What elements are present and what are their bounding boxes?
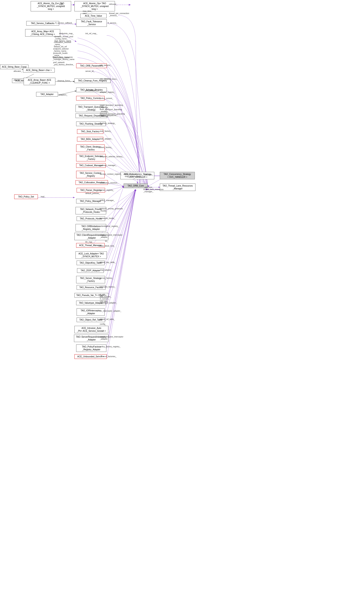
node-tao-iorinterceptor-adapter: TAO_IORInterceptor _Adapter [77, 308, 105, 316]
label-adapter-registry: adapter_registry_ [100, 91, 115, 93]
label-thr-mgr: thr_mgr_ [85, 241, 93, 243]
label-codeset-manager: codeset_manager_ [100, 164, 117, 166]
label-ziop-adapter: ziop_adapter_ [100, 269, 112, 271]
label-object-key-table: object_key_table_ [100, 261, 116, 263]
label-resource-factory: resource_factory_ [100, 286, 116, 288]
node-tao-adapter: TAO_Adapter [36, 92, 58, 97]
label-bidir-adapter: bidir_adapter_ [100, 138, 113, 140]
node-ace-string-base-char: ACE_String_Base< char > [23, 68, 55, 73]
node-ace-lock-adapter: ACE_Lock_Adapter< TAO _SYNCH_MUTEX > [75, 251, 107, 259]
label-allocator-2: allocator_ [14, 79, 22, 81]
diagram-container: ACE_Atomic_Op_Ex< TAO _SYNCH_MUTEX, unsi… [0, 0, 364, 598]
node-tao-stub-factory: TAO_Stub_Factory [77, 129, 103, 134]
node-ace-intrusive-auto-ptr: ACE_Intrusive_Auto _Ptr< ACE_Service_Ges… [74, 326, 108, 333]
label-object-ref-table: object_ref_table_ [100, 318, 115, 320]
label-protocol-factories: protocol_factories_ [100, 355, 116, 357]
label-parser-registry: parser_registry_ [100, 189, 114, 191]
label-pref-network: pref_network_poa_factory_directive_ [53, 61, 74, 66]
label-policy-manager: policy_manager_ [100, 199, 115, 201]
label-tss-cleanup-funcs: tss_cleanup_funcs_ [100, 78, 118, 80]
label-ft-service: ft_service_ [108, 22, 117, 24]
label-tm: tm_ [105, 240, 108, 242]
label-ior-interceptor-adapter: ior_interceptor_adapter_ [100, 310, 121, 312]
label-pos-adapter: pos_adapter_ [85, 89, 97, 91]
node-ace-array-base: ACE_Array_Base< ACE _CLEANUP_FUNC > [24, 78, 55, 85]
label-flushing-strategy: flushing_strategy_ [100, 122, 116, 124]
label-valuetype-adapter: valuetype_adapter_ [100, 302, 117, 304]
label-max-time-cero: max_time_cero [83, 10, 92, 15]
label-orb-core-2: orb_core_ [144, 186, 153, 188]
label-service-context-registry: service_context_registry_ [100, 173, 122, 175]
label-timeout-hook: timeout_hook_sync_scope_hook_ [125, 173, 142, 177]
label-protocols-hooks: protocols_hooks_ [100, 217, 115, 219]
svg-line-45 [105, 187, 124, 240]
label-thread-per-connection-timeout: thread_per_connection_timeout_ [109, 12, 129, 17]
svg-line-14 [105, 149, 148, 187]
label-orb-core-1: orb_core_ [144, 174, 153, 176]
label-endpoints-map: endpoints_map_ [59, 33, 74, 35]
label-ft-service-callback: ft_service_callback_ [55, 22, 73, 24]
svg-line-4 [107, 66, 148, 187]
edges-svg [0, 0, 364, 598]
svg-line-8 [111, 82, 148, 187]
label-endpoint-selector-factory: endpoint_selector_factory_ [100, 156, 124, 158]
label-collocation-resolver-name: collocation_resolver_name_default_init_r… [54, 41, 71, 48]
label-impl-policy-set: impl_ [41, 196, 46, 198]
node-tao-orb-core: TAO_ORB_Core [124, 183, 148, 188]
svg-line-30 [108, 190, 136, 237]
label-init-ref-map: init_ref_map_ [85, 33, 97, 35]
label-stub-factory: stub_factory_ [100, 130, 112, 132]
label-default-policies: default_policies_ [85, 192, 100, 194]
svg-line-42 [108, 190, 136, 339]
node-tao-policy-set: TAO_Policy_Set [14, 194, 38, 199]
svg-line-20 [148, 180, 160, 187]
label-client-factory: client_factory_ [100, 146, 113, 149]
node-ace-atomic-op-ex: ACE_Atomic_Op_Ex< TAO _SYNCH_MUTEX, unsi… [31, 1, 71, 11]
svg-line-36 [106, 190, 136, 288]
node-tao-bidir-adapter: TAO_BiDir_Adapter [77, 137, 103, 141]
label-thread-lane-resources: thread_lane_resources_manager_factory_na… [52, 56, 74, 60]
label-data-block-lock: data_block_lock_ [100, 245, 115, 247]
node-tao-service-callbacks: TAO_Service_Callbacks [26, 21, 59, 26]
svg-line-44 [107, 190, 136, 357]
label-server-id: server_id_ [85, 70, 95, 72]
label-config: config_ [100, 323, 106, 325]
label-orb-params: orb_params_ [100, 64, 111, 66]
node-tao-thread-lane-resources-manager: TAO_Thread_Lane_Resources _Manager [160, 183, 195, 191]
svg-line-37 [108, 190, 136, 296]
label-refcount: refcount_ [109, 3, 117, 5]
label-collocation-resolver: collocation_resolver_ [100, 182, 118, 184]
label-rt-orb: rt_orb_poa_current_rt_current_root_poa_ [100, 293, 111, 302]
label-adapters: adapters_ [59, 94, 67, 96]
label-policy-current: policy_current_ [100, 97, 113, 100]
node-tao-concurrency-strategy: TAO_Concurrency_Strategy < SVC_HANDLER > [160, 172, 195, 179]
node-ace-atomic-op: ACE_Atomic_Op< TAO _SYNCH_MUTEX, unsigne… [74, 1, 115, 11]
label-request-dispatcher: request_dispatcher_ [100, 114, 118, 116]
label-allocator-1: allocator_ [14, 70, 22, 72]
node-tao-endpoint-selector-factory: TAO_Endpoint_Selector _Factory [76, 154, 106, 161]
label-cleanup-funcs: cleanup_funcs_ [57, 80, 71, 82]
label-policy-factory-registry: policy_factory_registry_ [100, 346, 121, 348]
svg-line-34 [104, 190, 136, 271]
label-impl: impl_ [59, 3, 64, 5]
label-thread-lane-resources-manager: thread_lane_resources_manager_ [143, 188, 164, 193]
node-tao-fault-tolerance-service: TAO_Fault_Tolerance _Service [76, 19, 107, 27]
label-network-priority-protocols-hooks: network_priority_protocols_hooks_ [100, 208, 123, 212]
label-orbinitializer-registry: orbinitializer_registry_ [100, 225, 119, 227]
label-client-request-interceptor-adapter: client_request_interceptor_adapter_ [100, 234, 123, 238]
label-server-factory: server_factory_ [100, 277, 113, 279]
svg-line-28 [105, 190, 136, 219]
label-server-request-interceptor-adapter: server_request_interceptor_adapter_ [100, 336, 124, 340]
